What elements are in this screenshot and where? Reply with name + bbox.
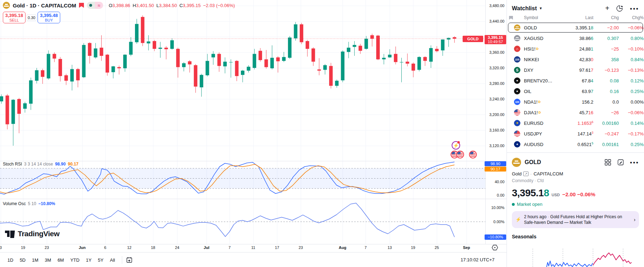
- row-change: −0.247: [593, 131, 619, 137]
- row-change: −25: [593, 46, 619, 52]
- row-last: 1.16536: [562, 120, 593, 126]
- row-last: 38.866: [562, 36, 593, 41]
- market-open-dot-icon: [512, 203, 515, 206]
- economic-event-flag-icon[interactable]: [469, 151, 477, 158]
- flag-column-icon[interactable]: [509, 16, 513, 20]
- row-last: 97.617: [562, 68, 593, 73]
- col-last[interactable]: Last: [562, 15, 593, 20]
- symbol-icon: ●: [514, 77, 520, 84]
- range-button-all[interactable]: All: [107, 256, 118, 265]
- row-change: 0.00160: [593, 121, 619, 126]
- stoch-rsi-label[interactable]: Stoch RSI 3 3 14 14 close 98.90 90.17: [3, 162, 79, 167]
- row-change: 0.16: [593, 89, 619, 94]
- symbol-icon: 225: [514, 56, 520, 63]
- row-symbol: EURUSD: [524, 121, 562, 126]
- external-link-icon[interactable]: ↗: [523, 172, 528, 176]
- sell-price: 3,395.18: [3, 13, 25, 18]
- watchlist-rows: GOLD3,395.18−2.00−0.06%XAGUSD38.8660.307…: [507, 22, 644, 150]
- svg-text:10.00%: 10.00%: [491, 205, 505, 210]
- watchlist-row-xagusd[interactable]: XAGUSD38.8660.3070.80%: [507, 33, 644, 43]
- row-last: 67.84: [562, 78, 593, 83]
- svg-text:24: 24: [175, 245, 179, 250]
- col-chg[interactable]: Chg: [593, 15, 619, 20]
- candlestick-chart[interactable]: 3,480.003,440.003,400.003,360.003,320.00…: [0, 0, 507, 252]
- status-dot-icon: [87, 2, 95, 9]
- svg-text:Jul: Jul: [204, 245, 209, 250]
- range-button-5d[interactable]: 5D: [17, 256, 29, 265]
- bottom-toolbar: 1D5D1M3M6MYTD1Y5YAll 17:10:02 UTC+7: [0, 252, 507, 267]
- tradingview-logo[interactable]: TradingView: [5, 230, 60, 238]
- svg-text:6: 6: [104, 245, 106, 250]
- seasonals-title: Seasonals: [512, 234, 639, 239]
- range-button-1m[interactable]: 1M: [29, 256, 41, 265]
- economic-event-flag-icon[interactable]: [456, 151, 464, 158]
- news-timestamp: 2 hours ago: [524, 214, 546, 219]
- symbol-title[interactable]: Gold · 1D · CAPITALCOM: [13, 2, 76, 8]
- range-button-1d[interactable]: 1D: [4, 256, 17, 265]
- pie-edit-icon[interactable]: [616, 5, 623, 12]
- countdown-timer: 10:49:57: [485, 40, 506, 44]
- row-change: −0.123: [593, 68, 619, 73]
- range-button-5y[interactable]: 5Y: [95, 256, 107, 265]
- edit-icon[interactable]: [617, 159, 624, 166]
- svg-text:40.00: 40.00: [495, 180, 504, 184]
- range-button-3m[interactable]: 3M: [41, 256, 54, 265]
- watchlist-row-oil[interactable]: ●OIL63.970.160.25%: [507, 86, 644, 97]
- symbol-icon: ∩: [514, 46, 520, 52]
- server-clock[interactable]: 17:10:02 UTC+7: [461, 257, 495, 262]
- watchlist-more-icon[interactable]: ●●●: [630, 6, 639, 11]
- watchlist-row-nda1[interactable]: 100NDA1!D156.20.00.00%: [507, 97, 644, 107]
- price-line-symbol-tag: GOLD: [463, 36, 483, 42]
- row-last: 42,830: [562, 57, 593, 62]
- watchlist-row-dxy[interactable]: SDXY97.617−0.123−0.13%: [507, 65, 644, 75]
- svg-text:3,360.00: 3,360.00: [489, 50, 504, 54]
- row-change: 0.307: [593, 36, 619, 41]
- row-symbol: DJIA1!D: [524, 110, 562, 115]
- watchlist-row-nikkei[interactable]: 225NIKKEI42,8303580.84%: [507, 54, 644, 65]
- buy-button[interactable]: 3,395.48 BUY: [38, 12, 60, 23]
- market-status-pill[interactable]: ≈: [87, 2, 103, 9]
- row-change: 0.00161: [593, 142, 619, 147]
- seasonals-mini-chart[interactable]: [507, 249, 644, 267]
- detail-more-icon[interactable]: ●●●: [630, 160, 639, 164]
- high-value: 3,401.50: [136, 3, 154, 8]
- watchlist-row-audusd[interactable]: ✦AUDUSD0.652150.001610.25%: [507, 139, 644, 150]
- range-button-ytd[interactable]: YTD: [67, 256, 83, 265]
- row-last: 45,716: [562, 110, 593, 115]
- volume-osc-value: −10.80%: [38, 201, 55, 206]
- row-symbol: OIL: [524, 89, 562, 94]
- add-symbol-button[interactable]: +: [605, 4, 609, 12]
- col-symbol[interactable]: Symbol: [524, 15, 562, 20]
- watchlist-row-djia1[interactable]: DJIA1!D45,716−26−0.06%: [507, 107, 644, 118]
- watchlist-row-usdjpy[interactable]: USDJPY147.143−0.247−0.17%: [507, 128, 644, 139]
- time-axis-settings-icon[interactable]: [492, 244, 498, 251]
- svg-text:12: 12: [127, 245, 131, 250]
- sell-button[interactable]: 3,395.18 SELL: [3, 12, 26, 23]
- row-change-percent: −0.17%: [619, 131, 644, 137]
- detail-symbol-link[interactable]: Gold: [512, 171, 521, 176]
- go-to-date-icon[interactable]: [126, 256, 133, 263]
- range-button-1y[interactable]: 1Y: [83, 256, 95, 265]
- col-chgp[interactable]: Chg%: [619, 15, 644, 20]
- watchlist-row-gold[interactable]: GOLD3,395.18−2.00−0.06%: [507, 22, 644, 33]
- row-change: 0.08: [593, 78, 619, 83]
- watchlist-title[interactable]: Watchlist: [512, 5, 537, 12]
- svg-text:19: 19: [21, 245, 25, 250]
- flag-icon[interactable]: [79, 3, 84, 8]
- range-button-6m[interactable]: 6M: [54, 256, 67, 265]
- grid-view-icon[interactable]: [604, 159, 611, 166]
- chart-area: 3,480.003,440.003,400.003,360.003,320.00…: [0, 0, 507, 267]
- chevron-down-icon[interactable]: ▼: [539, 6, 543, 10]
- svg-text:0.00: 0.00: [497, 193, 504, 197]
- row-symbol: AUDUSD: [524, 142, 562, 147]
- svg-text:3,160.00: 3,160.00: [489, 128, 504, 132]
- symbol-icon: ●: [514, 88, 520, 94]
- detail-change: −2.00 −0.06%: [562, 191, 595, 197]
- watchlist-row-eurusd[interactable]: ✦EURUSD1.165360.001600.14%: [507, 118, 644, 128]
- watchlist-row-brentv20[interactable]: ●BRENTV20…67.840.080.12%: [507, 75, 644, 86]
- volume-osc-label[interactable]: Volume Osc 5 10 −10.80%: [3, 201, 55, 206]
- volume-osc-badge: −10.80%: [485, 234, 506, 240]
- idea-lightning-icon[interactable]: ⚡: [452, 141, 460, 150]
- watchlist-row-hsi1[interactable]: ∩HSI1!D24,881−25−0.10%: [507, 43, 644, 54]
- news-item[interactable]: ⚡ 2 hours ago · Gold Futures Hold at Hig…: [512, 211, 639, 228]
